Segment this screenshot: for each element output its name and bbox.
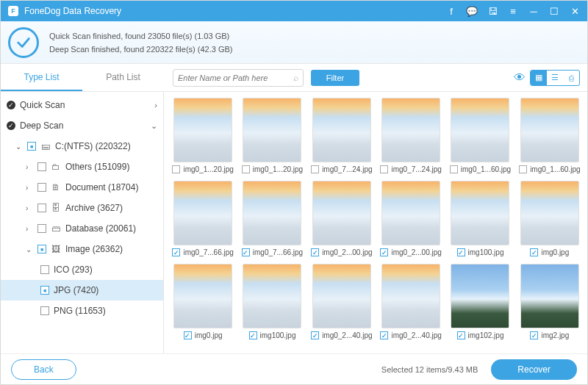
checkbox-icon[interactable] (37, 245, 46, 253)
file-checkbox[interactable] (457, 248, 465, 256)
file-thumbnail[interactable]: img100.jpg (448, 181, 512, 256)
minimize-icon[interactable]: ─ (528, 6, 539, 16)
image-icon: 🖼 (51, 244, 61, 254)
chevron-right-icon: › (26, 163, 33, 171)
file-checkbox[interactable] (450, 165, 458, 173)
file-thumbnail[interactable]: img0_2...00.jpg (379, 181, 442, 256)
file-checkbox[interactable] (311, 165, 319, 173)
file-checkbox[interactable] (380, 165, 388, 173)
sidebar-jpg[interactable]: JPG (7420) (1, 280, 163, 301)
file-name: img100.jpg (468, 248, 504, 256)
file-thumbnail[interactable]: img0_1...60.jpg (448, 98, 512, 173)
thumbnail-image (312, 264, 371, 328)
tab-type-list[interactable]: Type List (1, 64, 82, 91)
file-thumbnail[interactable]: img0_1...20.jpg (240, 98, 304, 173)
sidebar-document[interactable]: › 🗎 Document (18704) (1, 177, 163, 198)
thumbnail-image (381, 264, 440, 328)
file-checkbox[interactable] (380, 331, 388, 339)
preview-toggle-icon[interactable]: 👁 (514, 71, 526, 84)
facebook-icon[interactable]: f (446, 6, 456, 16)
file-thumbnail[interactable]: img0.jpg (171, 264, 234, 339)
sidebar-label: Database (20061) (65, 223, 136, 234)
chevron-down-icon: ⌄ (26, 245, 33, 253)
view-detail-icon[interactable]: ⎙ (563, 71, 579, 85)
sidebar-ico[interactable]: ICO (293) (1, 259, 163, 280)
file-checkbox[interactable] (519, 165, 527, 173)
file-thumbnail[interactable]: img0_7...24.jpg (310, 98, 373, 173)
file-thumbnail[interactable]: img0_7...24.jpg (379, 98, 442, 173)
close-icon[interactable]: ✕ (570, 6, 580, 16)
file-thumbnail[interactable]: img0_2...00.jpg (310, 181, 373, 256)
file-name: img2.jpg (541, 331, 569, 339)
search-icon[interactable]: ⌕ (293, 73, 298, 83)
sidebar-png[interactable]: PNG (11653) (1, 301, 163, 321)
file-thumbnail[interactable]: img0_2...40.jpg (310, 264, 373, 339)
file-checkbox[interactable] (172, 165, 180, 173)
file-thumbnail[interactable]: img0_7...66.jpg (171, 181, 234, 256)
recover-button[interactable]: Recover (491, 359, 577, 380)
chevron-right-icon: › (154, 101, 157, 109)
file-checkbox[interactable] (530, 331, 538, 339)
thumbnail-image (451, 264, 509, 328)
file-checkbox[interactable] (380, 248, 388, 256)
thumbnail-image (520, 181, 579, 245)
sidebar-quick-scan[interactable]: ✓ Quick Scan › (1, 95, 163, 115)
file-thumbnail[interactable]: img0.jpg (518, 181, 581, 256)
thumbnail-image (312, 98, 371, 162)
sidebar-label: Quick Scan (20, 100, 65, 110)
thumbnail-image (451, 98, 509, 162)
checkbox-icon[interactable] (37, 204, 46, 212)
tab-path-list[interactable]: Path List (82, 64, 164, 91)
sidebar-label: Deep Scan (20, 120, 63, 131)
view-list-icon[interactable]: ☰ (547, 71, 563, 85)
file-name: img0_7...66.jpg (183, 248, 233, 256)
file-thumbnail[interactable]: img100.jpg (240, 264, 304, 339)
save-icon[interactable]: 🖫 (487, 6, 498, 16)
checkbox-icon[interactable] (40, 306, 49, 315)
file-checkbox[interactable] (249, 331, 257, 339)
sidebar-others[interactable]: › 🗀 Others (151099) (1, 156, 163, 177)
sidebar-image[interactable]: ⌄ 🖼 Image (26362) (1, 239, 163, 259)
filter-button[interactable]: Filter (311, 70, 359, 86)
file-name: img0.jpg (195, 331, 223, 339)
checkbox-icon[interactable] (40, 286, 49, 295)
file-thumbnail[interactable]: img0_1...20.jpg (171, 98, 234, 173)
file-checkbox[interactable] (311, 248, 319, 256)
chevron-down-icon: ⌄ (151, 121, 157, 131)
file-thumbnail[interactable]: img102.jpg (448, 264, 512, 339)
maximize-icon[interactable]: ☐ (549, 6, 559, 16)
search-input[interactable] (178, 70, 293, 86)
file-checkbox[interactable] (242, 165, 250, 173)
thumbnail-image (243, 181, 301, 245)
file-checkbox[interactable] (530, 248, 538, 256)
checkbox-icon[interactable] (40, 265, 49, 274)
view-mode-segmented: ▦ ☰ ⎙ (530, 70, 580, 86)
checkbox-icon[interactable] (37, 183, 46, 192)
file-checkbox[interactable] (172, 248, 180, 256)
sidebar-label: JPG (7420) (54, 285, 98, 295)
back-button[interactable]: Back (11, 359, 76, 380)
checkbox-icon[interactable] (37, 162, 46, 171)
file-thumbnail[interactable]: img0_2...40.jpg (379, 264, 442, 339)
file-checkbox[interactable] (242, 248, 250, 256)
view-grid-icon[interactable]: ▦ (531, 71, 547, 85)
sidebar-database[interactable]: › 🗃 Database (20061) (1, 218, 163, 239)
menu-icon[interactable]: ≡ (508, 6, 518, 16)
file-checkbox[interactable] (184, 331, 192, 339)
chevron-down-icon: ⌄ (15, 143, 23, 151)
file-thumbnail[interactable]: img0_1...60.jpg (518, 98, 581, 173)
sidebar-drive[interactable]: ⌄ 🖴 C:(NTFS) (220322) (1, 136, 163, 156)
file-checkbox[interactable] (457, 331, 465, 339)
file-thumbnail[interactable]: img2.jpg (518, 264, 581, 339)
database-icon: 🗃 (51, 223, 61, 234)
chevron-right-icon: › (26, 225, 33, 233)
feedback-icon[interactable]: 💬 (467, 6, 477, 16)
deep-scan-status: Deep Scan finished, found 220322 file(s)… (49, 43, 232, 56)
checkbox-icon[interactable] (37, 224, 46, 233)
chevron-right-icon: › (26, 184, 33, 192)
file-thumbnail[interactable]: img0_7...66.jpg (240, 181, 304, 256)
checkbox-icon[interactable] (27, 142, 36, 151)
sidebar-deep-scan[interactable]: ✓ Deep Scan ⌄ (1, 115, 163, 136)
file-checkbox[interactable] (311, 331, 319, 339)
sidebar-archive[interactable]: › 🗄 Archive (3627) (1, 198, 163, 218)
